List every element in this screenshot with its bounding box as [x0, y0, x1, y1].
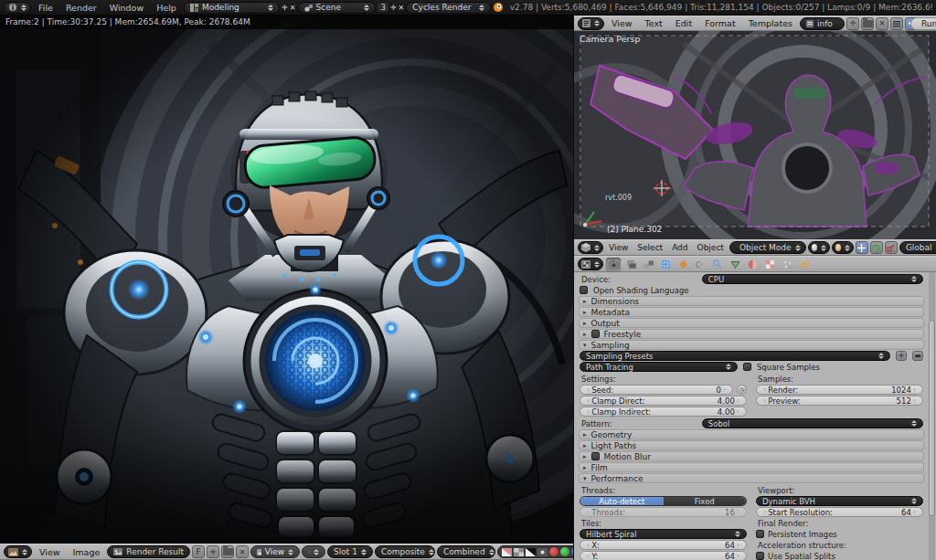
preview-samples-field[interactable]: ‹Preview:512› [756, 396, 923, 406]
tab-render[interactable] [606, 258, 621, 271]
tab-material[interactable] [745, 258, 760, 271]
editor-type-button[interactable] [578, 17, 604, 30]
scrollbar-thumb[interactable] [929, 320, 935, 516]
increment-icon[interactable]: › [735, 396, 741, 405]
mode-select[interactable]: Object Mode [729, 241, 806, 254]
threads-mode-toggle[interactable]: Auto-detectFixed [580, 496, 747, 506]
tile-x-field[interactable]: ‹X:64› [580, 540, 747, 550]
menu-view[interactable]: View [605, 243, 632, 252]
increment-icon[interactable]: › [735, 541, 741, 549]
text-datablock[interactable]: info [800, 17, 845, 30]
render-engine-select[interactable]: Cycles Render [406, 2, 491, 14]
decrement-icon[interactable]: ‹ [761, 396, 768, 405]
new-text-button[interactable]: ✛ [846, 17, 859, 30]
editor-type-button[interactable] [578, 258, 603, 270]
tab-modifiers[interactable] [710, 258, 725, 271]
clamp-indirect-field[interactable]: ‹Clamp Indirect:4.00› [580, 407, 747, 417]
increment-icon[interactable]: › [911, 508, 918, 516]
delete-scene-button[interactable]: ✕ [399, 4, 405, 12]
panel-geometry[interactable]: ▸Geometry [579, 429, 924, 439]
animate-seed-icon[interactable]: ◷ [737, 385, 747, 395]
menu-view[interactable]: View [34, 547, 66, 557]
scene-select[interactable]: Scene [298, 2, 377, 14]
panel-freestyle[interactable]: ▸Freestyle [579, 329, 924, 339]
panel-dimensions[interactable]: ▸Dimensions [579, 296, 924, 306]
auto-detect-button[interactable]: Auto-detect [580, 497, 664, 505]
add-scene-button[interactable]: ✛ [390, 4, 397, 12]
fake-user-button[interactable]: F [192, 545, 205, 558]
panel-performance[interactable]: ▾Performance [579, 473, 924, 483]
new-image-button[interactable]: ✛ [207, 545, 219, 558]
decrement-icon[interactable]: ‹ [585, 407, 591, 416]
viewport-shading-select[interactable] [808, 241, 830, 254]
run-script-button[interactable]: Run Script [910, 17, 936, 30]
freestyle-checkbox[interactable] [591, 330, 600, 338]
tile-y-field[interactable]: ‹Y:64› [580, 551, 747, 560]
unlink-image-button[interactable]: ✕ [236, 545, 249, 558]
panel-light-paths[interactable]: ▸Light Paths [579, 440, 924, 450]
open-image-button[interactable] [221, 545, 234, 558]
osl-checkbox[interactable] [580, 286, 588, 294]
pivot-point-select[interactable] [832, 241, 854, 254]
tab-particles[interactable] [780, 258, 794, 271]
increment-icon[interactable]: › [735, 552, 741, 560]
fixed-button[interactable]: Fixed [664, 497, 747, 505]
tab-object-data[interactable] [728, 258, 742, 271]
menu-select[interactable]: Select [633, 243, 666, 252]
editor-type-button[interactable] [4, 2, 31, 14]
orientation-select[interactable]: Global [899, 241, 936, 254]
remove-preset-button[interactable]: ▬ [912, 351, 923, 361]
tab-world[interactable] [658, 258, 673, 271]
decrement-icon[interactable]: ‹ [585, 541, 591, 549]
tab-texture[interactable] [762, 258, 777, 271]
menu-text[interactable]: Text [640, 18, 668, 28]
tab-physics[interactable] [797, 258, 812, 271]
editor-type-button[interactable] [578, 241, 603, 254]
channel-mask-icon[interactable] [537, 548, 548, 556]
pass-select[interactable]: Combined [437, 545, 495, 558]
render-samples-field[interactable]: ‹Render:1024› [756, 385, 923, 395]
layer-select[interactable]: Composite [375, 545, 435, 558]
manipulator-rotate-button[interactable] [870, 241, 883, 254]
persistent-images-checkbox[interactable] [756, 530, 764, 538]
menu-help[interactable]: Help [151, 3, 182, 13]
start-resolution-field[interactable]: ‹Start Resolution:64› [756, 507, 923, 517]
increment-icon[interactable]: › [911, 396, 918, 405]
menu-render[interactable]: Render [60, 3, 102, 13]
delete-layout-button[interactable]: ✕ [290, 4, 296, 12]
tab-scene[interactable] [641, 258, 655, 271]
properties-scrollbar[interactable] [929, 272, 935, 560]
view-mode-select[interactable]: View [250, 545, 300, 558]
motion-blur-checkbox[interactable] [591, 452, 600, 460]
menu-add[interactable]: Add [668, 243, 691, 252]
threads-count-field[interactable]: ‹Threads:16› [580, 507, 747, 517]
square-samples-checkbox[interactable] [743, 363, 751, 371]
decrement-icon[interactable]: ‹ [585, 386, 591, 394]
scene-users-count[interactable]: 3 [378, 3, 388, 12]
slot-select[interactable]: Slot 1 [327, 545, 373, 558]
bvh-select[interactable]: Dynamic BVH [756, 496, 923, 506]
clamp-direct-field[interactable]: ‹Clamp Direct:4.00› [580, 396, 747, 406]
decrement-icon[interactable]: ‹ [761, 508, 768, 516]
panel-film[interactable]: ▸Film [579, 462, 924, 472]
tab-constraints[interactable] [693, 258, 707, 271]
red-channel-button[interactable] [549, 547, 558, 556]
pivot-select[interactable] [302, 545, 325, 558]
blue-channel-button[interactable] [571, 547, 573, 556]
decrement-icon[interactable]: ‹ [585, 396, 591, 405]
sampling-presets-select[interactable]: Sampling Presets [580, 351, 890, 361]
menu-object[interactable]: Object [694, 243, 728, 252]
menu-format[interactable]: Format [699, 18, 740, 28]
add-layout-button[interactable]: ✛ [282, 4, 288, 12]
seed-field[interactable]: ‹Seed:0› [580, 385, 733, 395]
channel-color-icon[interactable] [502, 548, 512, 556]
menu-image[interactable]: Image [68, 547, 106, 557]
pattern-select[interactable]: Sobol [702, 418, 923, 428]
menu-templates[interactable]: Templates [743, 18, 798, 28]
panel-sampling[interactable]: ▾Sampling [579, 340, 924, 350]
unlink-text-button[interactable]: ✕ [876, 17, 888, 30]
screen-layout-select[interactable]: Modeling [184, 2, 280, 14]
menu-window[interactable]: Window [104, 3, 149, 13]
menu-edit[interactable]: Edit [670, 18, 697, 28]
integrator-select[interactable]: Path Tracing [580, 362, 738, 372]
